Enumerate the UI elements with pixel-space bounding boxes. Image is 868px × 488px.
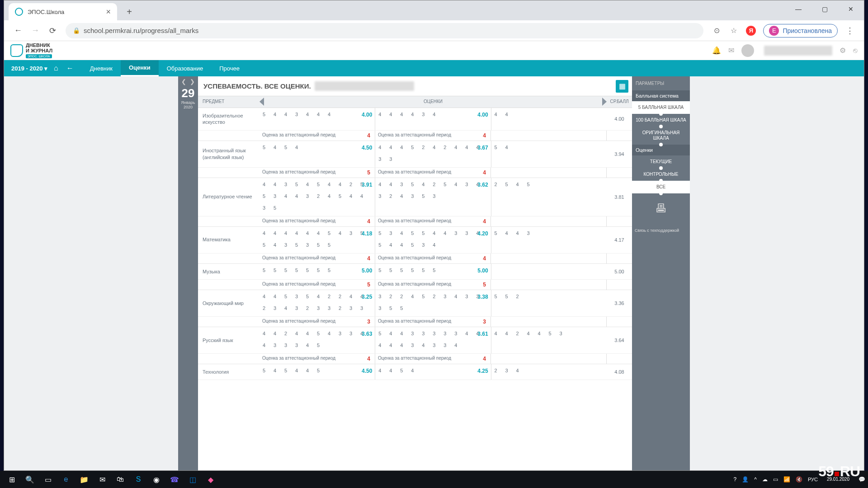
menu-item-0[interactable]: Дневник [82,60,121,76]
grade[interactable]: 4 [378,182,382,187]
grid-view-button[interactable]: ▦ [616,80,628,93]
grade[interactable]: 5 [410,230,414,236]
grade[interactable]: 5 [284,368,288,373]
battery-icon[interactable]: ▭ [773,476,778,483]
grade[interactable]: 3 [465,182,468,187]
grade[interactable]: 3 [284,182,288,187]
grade[interactable]: 4 [306,343,309,348]
grade[interactable]: 2 [284,331,288,336]
grade[interactable]: 4 [262,230,266,236]
grade[interactable]: 4 [454,343,458,348]
grade[interactable]: 5 [400,368,403,373]
grade[interactable]: 4 [273,112,277,117]
grade[interactable]: 4 [349,193,353,199]
grade[interactable]: 4 [262,294,266,299]
grade[interactable]: 4 [400,230,403,236]
grade[interactable]: 3 [432,193,436,199]
grade[interactable]: 3 [505,368,509,373]
grade[interactable]: 4 [400,242,403,248]
grade[interactable]: 4 [378,145,382,150]
wifi-icon[interactable]: 📶 [783,476,790,483]
grade[interactable]: 4 [338,182,342,187]
grade[interactable]: 4 [273,368,277,373]
grade[interactable]: 2 [432,182,436,187]
grade[interactable]: 4 [316,112,320,117]
grade[interactable]: 4 [410,112,414,117]
grade[interactable]: 4 [316,294,320,299]
minimize-button[interactable]: — [785,0,811,18]
grade[interactable]: 2 [516,294,519,299]
grade[interactable]: 3 [432,343,436,348]
grade[interactable]: 5 [316,368,320,373]
grade[interactable]: 4 [306,331,309,336]
grade[interactable]: 4 [316,230,320,236]
grade[interactable]: 3 [360,305,363,311]
mail-icon[interactable]: ✉ [728,46,734,55]
edge-icon[interactable]: e [57,472,75,487]
grade[interactable]: 4 [432,242,436,248]
grade[interactable]: 3 [273,193,277,199]
grade[interactable]: 3 [295,343,298,348]
grade[interactable]: 4 [295,230,298,236]
grade[interactable]: 4 [494,112,498,117]
grade[interactable]: 3 [306,193,309,199]
grade[interactable]: 5 [338,193,342,199]
grade[interactable]: 4 [273,145,277,150]
grade[interactable]: 4 [295,331,298,336]
filter-option[interactable]: КОНТРОЛЬНЫЕ [632,168,690,181]
grade[interactable]: 5 [316,267,320,273]
grade[interactable]: 2 [494,368,498,373]
grade[interactable]: 4 [432,145,436,150]
grade[interactable]: 4 [505,230,509,236]
grade[interactable]: 4 [410,294,414,299]
year-selector[interactable]: 2019 - 2020 ▾ [11,65,47,72]
grade[interactable]: 4 [454,182,458,187]
grade[interactable]: 5 [284,267,288,273]
grade[interactable]: 2 [432,294,436,299]
grade[interactable]: 4 [378,343,382,348]
grade[interactable]: 2 [389,294,392,299]
bell-icon[interactable]: 🔔 [712,46,721,55]
grade[interactable]: 4 [327,331,331,336]
menu-item-2[interactable]: Образование [159,60,212,76]
forward-button[interactable]: → [29,25,41,37]
grade[interactable]: 5 [400,305,403,311]
grade[interactable]: 4 [284,305,288,311]
filter-option[interactable]: ТЕКУЩИЕ [632,155,690,168]
grade[interactable]: 3 [443,343,447,348]
grade[interactable]: 2 [516,331,519,336]
print-icon[interactable]: 🖶 [632,193,690,224]
grade[interactable]: 5 [494,230,498,236]
grade[interactable]: 5 [548,331,552,336]
grade[interactable]: 4 [465,145,468,150]
grade[interactable]: 5 [262,112,266,117]
grade[interactable]: 5 [327,267,331,273]
app-logo[interactable]: ДНЕВНИК И ЖУРНАЛ ЭПОС. ШКОЛА [10,42,52,59]
grade[interactable]: 5 [410,267,414,273]
grade[interactable]: 4 [327,112,331,117]
grade[interactable]: 5 [378,230,382,236]
grade[interactable]: 3 [273,305,277,311]
grade[interactable]: 3 [349,230,353,236]
grade[interactable]: 3 [421,331,425,336]
header-marks[interactable]: ОЦЕНКИ [259,96,607,108]
grade[interactable]: 4 [262,343,266,348]
grade[interactable]: 3 [284,242,288,248]
grade[interactable]: 4 [421,343,425,348]
grade[interactable]: 4 [273,230,277,236]
grade[interactable]: 3 [378,156,382,162]
skype-icon[interactable]: S [129,472,147,487]
grade[interactable]: 3 [421,242,425,248]
grade[interactable]: 4 [538,331,541,336]
grade[interactable]: 4 [454,294,458,299]
grade[interactable]: 5 [262,193,266,199]
grade[interactable]: 3 [295,112,298,117]
grade[interactable]: 4 [400,331,403,336]
grade[interactable]: 4 [273,294,277,299]
grade[interactable]: 2 [327,294,331,299]
bookmark-star-icon[interactable]: ☆ [727,24,740,37]
grade[interactable]: 2 [338,294,342,299]
grade[interactable]: 2 [421,145,425,150]
grade[interactable]: 5 [421,193,425,199]
grade[interactable]: 3 [454,230,458,236]
